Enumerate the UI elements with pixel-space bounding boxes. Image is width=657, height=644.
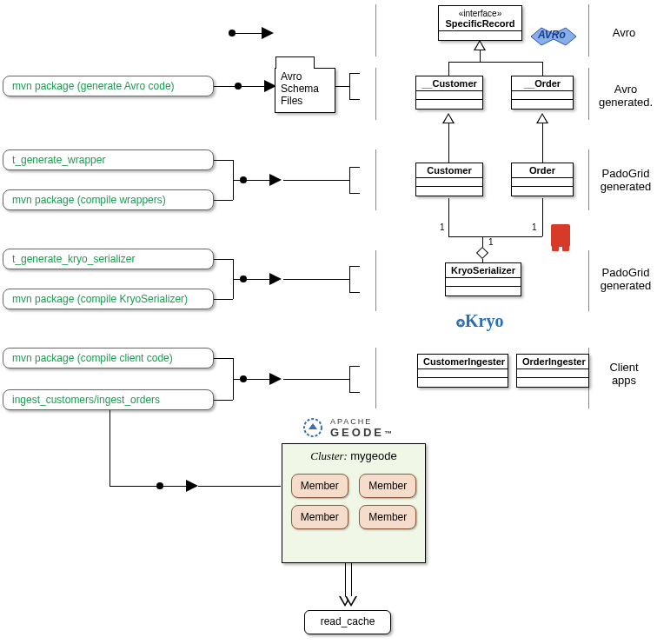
label-padogrid-gen1: PadoGridgenerated xyxy=(595,167,656,193)
cmd-gen-kryo: t_generate_kryo_serializer xyxy=(3,249,214,269)
flow-arrow xyxy=(229,30,274,42)
connector xyxy=(448,62,449,76)
multiplicity: 1 xyxy=(532,222,537,232)
cmd-mvn-gen-avro: mvn package (generate Avro code) xyxy=(3,76,214,96)
inherit-arrow xyxy=(442,113,455,123)
connector xyxy=(214,358,233,359)
connector xyxy=(349,266,350,292)
flow-arrow xyxy=(240,375,282,388)
label-avro: Avro xyxy=(600,26,648,39)
connector xyxy=(335,86,349,87)
row-sep xyxy=(588,250,589,311)
connector xyxy=(349,73,360,74)
flow-arrow xyxy=(156,482,198,495)
connector xyxy=(214,400,233,401)
connector xyxy=(233,180,240,181)
multiplicity: 1 xyxy=(488,237,494,247)
read-cache-box: read_cache xyxy=(304,610,391,634)
connector xyxy=(349,167,360,168)
row-sep-left1 xyxy=(375,4,376,56)
flow-arrow xyxy=(235,83,276,95)
connector xyxy=(349,193,360,194)
row-sep-left2 xyxy=(375,68,376,120)
row-sep-left3 xyxy=(375,149,376,210)
connector xyxy=(345,563,346,596)
label-avro-gen: Avrogenerated. xyxy=(595,83,656,109)
connector xyxy=(542,198,543,236)
class-customer: Customer xyxy=(415,163,483,196)
row-sep-left5 xyxy=(375,348,376,408)
connector xyxy=(233,379,240,380)
row-sep-left4 xyxy=(375,250,376,311)
connector xyxy=(448,62,542,63)
class-order-avro: __Order xyxy=(511,76,574,110)
label-padogrid-gen2: PadoGridgenerated xyxy=(595,266,656,292)
pkg-avro-schema: Avro Schema Files xyxy=(275,68,335,113)
connector xyxy=(349,266,360,267)
row-sep xyxy=(588,149,589,210)
connector xyxy=(283,379,349,380)
connector xyxy=(349,392,360,393)
member-node: Member xyxy=(359,505,416,529)
cmd-compile-wrappers: mvn package (compile wrappers) xyxy=(3,189,214,210)
geode-icon xyxy=(302,417,323,438)
class-order-ingester: OrderIngester xyxy=(516,354,589,388)
label-client-apps: Clientapps xyxy=(600,361,648,387)
class-kryo-serializer: KryoSerializer xyxy=(445,262,521,296)
geode-apache-text: APACHE xyxy=(330,417,372,426)
inherit-arrow xyxy=(474,40,486,50)
cmd-compile-client: mvn package (compile client code) xyxy=(3,348,214,368)
cmd-ingest: ingest_customers/ingest_orders xyxy=(3,389,214,410)
connector xyxy=(349,73,350,99)
geode-name-text: GEODE™ xyxy=(330,426,392,439)
member-node: Member xyxy=(291,505,348,529)
connector xyxy=(349,366,350,392)
connector xyxy=(448,236,542,237)
class-customer-avro: __Customer xyxy=(415,76,483,110)
flow-arrow xyxy=(240,276,282,288)
connector xyxy=(349,99,360,100)
class-specific-record: «interface»SpecificRecord xyxy=(438,5,522,41)
connector xyxy=(198,486,281,487)
row-sep xyxy=(588,68,589,120)
member-node: Member xyxy=(291,474,348,498)
kryo-logo: ✪Kryo xyxy=(456,311,503,331)
flow-arrow xyxy=(240,176,282,189)
padogrid-icon xyxy=(551,224,570,247)
inherit-arrow xyxy=(536,113,548,123)
cluster-box: Cluster: mygeode Member Member Member Me… xyxy=(282,443,426,563)
connector xyxy=(480,50,481,62)
connector xyxy=(349,167,350,193)
connector xyxy=(110,486,156,487)
class-order: Order xyxy=(511,163,574,196)
connector xyxy=(349,366,360,367)
cmd-compile-kryo: mvn package (compile KryoSerializer) xyxy=(3,289,214,309)
connector xyxy=(214,86,235,87)
connector xyxy=(448,123,449,163)
multiplicity: 1 xyxy=(440,222,445,232)
connector xyxy=(542,123,543,163)
connector xyxy=(283,279,349,280)
cluster-title: Cluster: mygeode xyxy=(282,444,425,470)
member-node: Member xyxy=(359,474,416,498)
avro-logo: AVRo xyxy=(529,23,578,52)
connector xyxy=(349,292,360,293)
svg-marker-1 xyxy=(309,423,317,429)
pkg-tab xyxy=(275,56,315,69)
connector xyxy=(448,198,449,236)
connector xyxy=(110,410,110,486)
aggregation-diamond xyxy=(476,247,488,259)
connector xyxy=(214,259,233,260)
connector xyxy=(283,180,349,181)
read-cache-label: read_cache xyxy=(321,615,375,627)
connector xyxy=(233,279,240,280)
cmd-gen-wrapper: t_generate_wrapper xyxy=(3,149,214,170)
row-sep xyxy=(588,4,589,56)
connector xyxy=(214,160,233,161)
class-customer-ingester: CustomerIngester xyxy=(417,354,508,388)
connector xyxy=(214,299,233,300)
connector xyxy=(214,200,233,201)
connector xyxy=(351,563,352,596)
connector xyxy=(542,62,543,76)
